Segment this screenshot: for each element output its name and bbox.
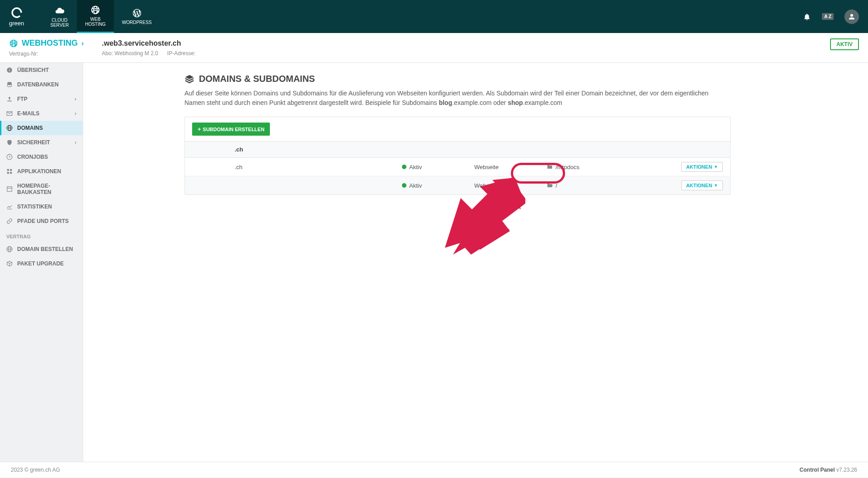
sidebar-item-paths-ports[interactable]: PFADE UND PORTS xyxy=(0,214,83,228)
globe-icon xyxy=(6,125,13,131)
svg-rect-1 xyxy=(9,70,9,71)
clock-icon xyxy=(6,154,13,160)
brand-name: green xyxy=(9,20,24,27)
chevron-right-icon: › xyxy=(75,96,76,102)
nav-cloud-server[interactable]: CLOUD SERVER xyxy=(42,0,77,33)
sidebar-item-domains[interactable]: DOMAINS xyxy=(0,121,83,135)
actions-button[interactable]: AKTIONEN ▼ xyxy=(681,180,723,190)
footer-cp-label: Control Panel xyxy=(800,467,835,473)
sidebar-item-cronjobs[interactable]: CRONJOBS xyxy=(0,150,83,164)
domain-group-header: .ch xyxy=(185,142,730,158)
globe-icon xyxy=(9,39,18,48)
language-switcher[interactable]: A Z xyxy=(822,13,834,20)
sidebar-section-contract: VERTRAG xyxy=(0,228,83,242)
svg-rect-12 xyxy=(7,187,12,192)
shield-icon xyxy=(6,139,13,146)
nav-label-l1: WORDPRESS xyxy=(122,20,152,25)
brand-icon xyxy=(10,6,23,19)
brand-logo[interactable]: green xyxy=(9,6,24,27)
caret-down-icon: ▼ xyxy=(714,165,718,169)
chevron-right-icon: › xyxy=(81,39,84,47)
upload-icon xyxy=(6,96,13,102)
sidebar-item-label: FTP xyxy=(17,96,28,102)
chevron-right-icon: › xyxy=(75,110,76,117)
box-icon xyxy=(6,260,13,267)
sidebar-item-label: APPLIKATIONEN xyxy=(17,168,61,175)
domain-path: /httpdocs xyxy=(556,164,580,170)
status-dot-icon xyxy=(402,183,406,188)
domain-row: Aktiv Webseite / AKTIONEN ▼ xyxy=(185,176,730,194)
sidebar-item-security[interactable]: SICHERHEIT › xyxy=(0,135,83,150)
top-nav-right: A Z xyxy=(803,9,859,24)
svg-rect-9 xyxy=(10,169,12,171)
nav-label-l1: WEB xyxy=(90,17,101,22)
sidebar-item-emails[interactable]: E-MAILS › xyxy=(0,106,83,121)
nav-label-l2: SERVER xyxy=(50,23,69,28)
database-icon xyxy=(6,81,13,88)
page-description: Auf dieser Seite können Domains und Subd… xyxy=(184,89,731,108)
create-subdomain-button[interactable]: + SUBDOMAIN ERSTELLEN xyxy=(192,123,270,136)
breadcrumb[interactable]: WEBHOSTING › xyxy=(9,38,84,48)
sidebar-item-databases[interactable]: DATENBANKEN xyxy=(0,77,83,92)
svg-rect-8 xyxy=(7,169,9,171)
top-nav-items: CLOUD SERVER WEB HOSTING WORDPRESS xyxy=(42,0,160,33)
user-icon xyxy=(848,13,856,21)
sidebar-item-domain-order[interactable]: DOMAIN BESTELLEN xyxy=(0,242,83,256)
sub-header: WEBHOSTING › Vertrags-Nr: .web3.serviceh… xyxy=(0,33,868,63)
caret-down-icon: ▼ xyxy=(714,183,718,188)
footer-copyright: 2023 © green.ch AG xyxy=(11,467,60,473)
chevron-right-icon: › xyxy=(75,139,76,146)
bell-icon[interactable] xyxy=(803,13,811,21)
hostname: .web3.servicehoster.ch xyxy=(102,39,195,47)
contract-label: Vertrags-Nr: xyxy=(9,51,38,57)
info-icon xyxy=(6,67,13,73)
domain-row: .ch Aktiv Webseite /httpdocs AKTIONEN ▼ xyxy=(185,158,730,176)
nav-wordpress[interactable]: WORDPRESS xyxy=(114,0,160,33)
svg-point-2 xyxy=(9,68,9,69)
plus-icon: + xyxy=(198,126,201,133)
sidebar-item-label: PFADE UND PORTS xyxy=(17,218,69,224)
globe-icon xyxy=(90,5,100,15)
top-nav: green CLOUD SERVER WEB HOSTING WORDPRESS… xyxy=(0,0,868,33)
folder-icon xyxy=(547,164,553,170)
domain-status: Aktiv xyxy=(409,164,422,170)
domain-type: Webseite xyxy=(474,182,547,189)
breadcrumb-title: WEBHOSTING xyxy=(22,38,78,48)
actions-button[interactable]: AKTIONEN ▼ xyxy=(681,162,723,172)
sidebar-item-ftp[interactable]: FTP › xyxy=(0,92,83,106)
sidebar-item-package-upgrade[interactable]: PAKET UPGRADE xyxy=(0,256,83,271)
nav-web-hosting[interactable]: WEB HOSTING xyxy=(77,0,114,33)
abo-value: Webhosting M 2.0 xyxy=(114,50,158,57)
user-avatar[interactable] xyxy=(844,9,859,24)
status-badge: AKTIV xyxy=(830,38,859,50)
link-icon xyxy=(6,218,13,224)
abo-label: Abo: xyxy=(102,50,113,57)
cloud-icon xyxy=(55,6,65,16)
svg-rect-10 xyxy=(7,172,9,174)
apps-icon xyxy=(6,168,13,175)
sidebar-item-label: HOMEPAGE-BAUKASTEN xyxy=(17,183,76,195)
sidebar-item-label: STATISTIKEN xyxy=(17,204,52,210)
chart-icon xyxy=(6,204,13,210)
nav-label-l2: HOSTING xyxy=(85,22,106,27)
domain-type: Webseite xyxy=(474,164,547,170)
domains-panel: + SUBDOMAIN ERSTELLEN .ch .ch Aktiv Webs… xyxy=(184,117,731,195)
folder-open-icon xyxy=(547,182,553,189)
status-dot-icon xyxy=(402,165,406,169)
sidebar-item-label: DOMAINS xyxy=(17,125,43,131)
nav-label-l1: CLOUD xyxy=(52,18,67,23)
ip-label: IP-Adresse: xyxy=(167,50,196,57)
sidebar-item-applications[interactable]: APPLIKATIONEN xyxy=(0,164,83,179)
svg-rect-11 xyxy=(10,172,12,174)
sidebar-item-homepage-builder[interactable]: HOMEPAGE-BAUKASTEN xyxy=(0,179,83,199)
domain-status: Aktiv xyxy=(409,182,422,189)
domain-name: .ch xyxy=(235,164,402,170)
sidebar-item-label: CRONJOBS xyxy=(17,154,48,160)
sidebar-item-statistics[interactable]: STATISTIKEN xyxy=(0,199,83,214)
panel-header: + SUBDOMAIN ERSTELLEN xyxy=(185,117,730,142)
domain-path: / xyxy=(556,182,557,189)
sidebar-item-label: E-MAILS xyxy=(17,110,39,117)
layers-icon xyxy=(184,74,194,84)
sidebar-item-overview[interactable]: ÜBERSICHT xyxy=(0,63,83,77)
sidebar-item-label: ÜBERSICHT xyxy=(17,67,49,73)
